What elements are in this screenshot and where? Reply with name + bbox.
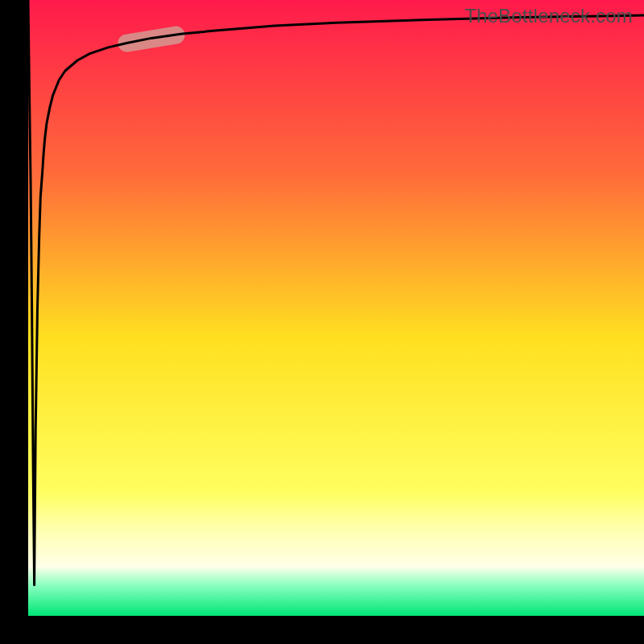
svg-rect-0 xyxy=(0,0,28,644)
bottleneck-chart xyxy=(0,0,644,644)
svg-rect-2 xyxy=(28,0,644,616)
watermark-text: TheBottleneck.com xyxy=(464,5,633,27)
svg-rect-1 xyxy=(0,616,644,644)
chart-container: TheBottleneck.com xyxy=(0,0,644,644)
